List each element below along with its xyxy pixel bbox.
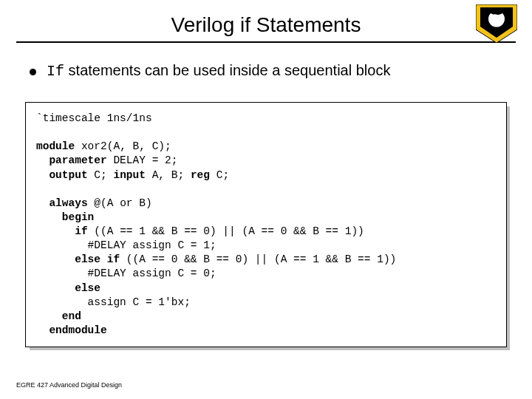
code-line: DELAY = 2;	[107, 154, 178, 166]
bullet-text: If statements can be used inside a seque…	[47, 62, 390, 80]
code-line: C;	[210, 169, 229, 181]
code-kw: always	[36, 197, 88, 209]
code-line: `timescale 1ns/1ns	[36, 112, 152, 124]
code-line: #DELAY assign C = 0;	[36, 267, 216, 279]
code-kw: if	[36, 225, 88, 237]
bullet-rest: statements can be used inside a sequenti…	[64, 62, 390, 78]
code-kw: parameter	[36, 154, 107, 166]
code-line: xor2(A, B, C);	[75, 140, 171, 152]
slide-header: Verilog if Statements	[0, 0, 532, 43]
code-block-wrap: `timescale 1ns/1ns module xor2(A, B, C);…	[25, 102, 507, 347]
footer-text: EGRE 427 Advanced Digital Design	[16, 381, 122, 389]
code-line: @(A or B)	[88, 197, 152, 209]
code-kw: end	[36, 310, 81, 322]
title-rule	[16, 41, 516, 43]
code-block: `timescale 1ns/1ns module xor2(A, B, C);…	[25, 102, 507, 347]
bullet-item: If statements can be used inside a seque…	[30, 62, 502, 80]
code-kw: else	[36, 282, 100, 294]
bullet-dot-icon	[30, 69, 36, 75]
code-kw: reg	[191, 169, 210, 181]
code-line: #DELAY assign C = 1;	[36, 239, 216, 251]
code-line: C;	[88, 169, 114, 181]
code-line: ((A == 0 && B == 0) || (A == 1 && B == 1…	[120, 253, 396, 265]
bullet-code-word: If	[47, 63, 64, 80]
code-kw: begin	[36, 211, 94, 223]
code-line: ((A == 1 && B == 0) || (A == 0 && B == 1…	[88, 225, 364, 237]
code-kw: module	[36, 140, 75, 152]
code-kw: else if	[36, 253, 120, 265]
code-kw: endmodule	[36, 324, 107, 336]
code-kw: input	[113, 169, 146, 181]
code-kw: output	[36, 169, 88, 181]
code-line: A, B;	[146, 169, 191, 181]
page-title: Verilog if Statements	[0, 13, 532, 37]
vcu-logo	[476, 4, 517, 43]
code-line: assign C = 1'bx;	[36, 296, 191, 308]
